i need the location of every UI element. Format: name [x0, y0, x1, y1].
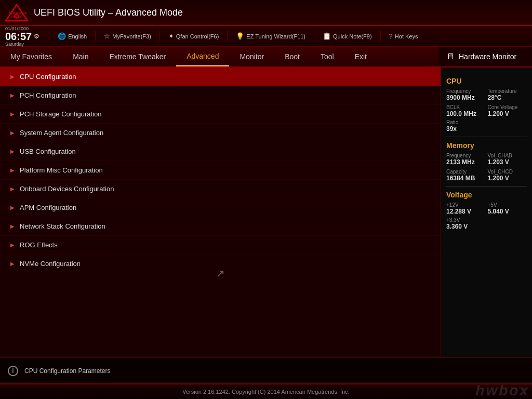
myfavorite-label: MyFavorite(F3) — [112, 33, 151, 39]
eztuning-button[interactable]: 💡 EZ Tuning Wizard(F11) — [232, 31, 310, 42]
quicknote-icon: 📋 — [323, 32, 331, 40]
nav-item-boot[interactable]: Boot — [274, 47, 310, 66]
left-panel: ▶ CPU Configuration ▶ PCH Configuration … — [0, 68, 441, 357]
arrow-icon: ▶ — [10, 74, 15, 79]
v5-value: 5.040 V — [488, 208, 527, 215]
menu-item-rog-effects[interactable]: ▶ ROG Effects — [0, 236, 441, 255]
menu-item-label: USB Configuration — [20, 148, 76, 155]
language-label: English — [68, 33, 87, 39]
menu-item-cpu[interactable]: ▶ CPU Configuration — [0, 68, 441, 86]
arrow-icon: ▶ — [10, 261, 15, 267]
cpu-bclk-label: BCLK — [446, 104, 486, 110]
navigation: My Favorites Main Extreme Tweaker Advanc… — [0, 47, 532, 68]
date-display: 01/01/2000 — [5, 26, 39, 31]
divider-4 — [227, 31, 228, 42]
divider-1 — [49, 31, 49, 42]
menu-item-platform-misc[interactable]: ▶ Platform Misc Configuration — [0, 161, 441, 180]
bios-title: UEFI BIOS Utility – Advanced Mode — [34, 7, 183, 18]
mem-volchcd-value: 1.200 V — [488, 175, 527, 182]
cpu-ratio-block: Ratio 39x — [446, 119, 527, 132]
arrow-icon: ▶ — [10, 242, 15, 248]
memory-voltage-divider — [446, 186, 527, 187]
nav-item-exit[interactable]: Exit — [344, 47, 377, 66]
voltage-section-title: Voltage — [446, 191, 527, 199]
menu-item-apm[interactable]: ▶ APM Configuration — [0, 198, 441, 217]
qfan-button[interactable]: ✦ Qfan Control(F6) — [164, 31, 223, 42]
cpu-grid: Frequency 3900 MHz Temperature 28°C BCLK… — [446, 88, 527, 117]
mem-capacity-block: Capacity 16384 MB — [446, 169, 486, 182]
menu-item-pch[interactable]: ▶ PCH Configuration — [0, 86, 441, 105]
nav-item-myfavorites[interactable]: My Favorites — [0, 47, 62, 66]
v12-block: +12V 12.288 V — [446, 202, 486, 215]
copyright-text: Version 2.16.1242. Copyright (C) 2014 Am… — [182, 389, 350, 395]
eztuning-label: EZ Tuning Wizard(F11) — [246, 33, 305, 39]
mem-volchcd-label: Vol_CHCD — [488, 169, 527, 175]
cpu-corevoltage-block: Core Voltage 1.200 V — [488, 104, 527, 117]
menu-item-label: ROG Effects — [20, 241, 58, 249]
menu-item-label: Network Stack Configuration — [20, 222, 105, 230]
cpu-corevoltage-value: 1.200 V — [488, 110, 527, 117]
arrow-icon: ▶ — [10, 92, 15, 98]
cpu-bclk-block: BCLK 100.0 MHz — [446, 104, 486, 117]
status-bar: i CPU Configuration Parameters — [0, 357, 532, 383]
mem-frequency-value: 2133 MHz — [446, 158, 486, 166]
menu-item-label: Platform Misc Configuration — [20, 166, 103, 174]
nav-item-tool[interactable]: Tool — [310, 47, 344, 66]
qfan-icon: ✦ — [168, 32, 174, 40]
arrow-icon: ▶ — [10, 223, 15, 229]
footer: Version 2.16.1242. Copyright (C) 2014 Am… — [0, 383, 532, 399]
monitor-icon: 🖥 — [446, 52, 455, 61]
globe-icon: 🌐 — [58, 32, 66, 40]
cpu-temperature-value: 28°C — [488, 94, 527, 101]
main-content: ▶ CPU Configuration ▶ PCH Configuration … — [0, 68, 532, 357]
toolbar: 01/01/2000 06:57 ⚙ Saturday 🌐 English ☆ … — [0, 26, 532, 47]
v33-value: 3.360 V — [446, 223, 527, 230]
cpu-memory-divider — [446, 137, 527, 137]
cpu-corevoltage-label: Core Voltage — [488, 104, 527, 110]
hwbox-logo: hwbox — [475, 382, 529, 399]
menu-item-label: PCH Configuration — [20, 91, 76, 99]
arrow-icon: ▶ — [10, 149, 15, 154]
hardware-monitor-panel: CPU Frequency 3900 MHz Temperature 28°C … — [441, 68, 532, 357]
hotkeys-label: Hot Keys — [395, 33, 418, 39]
mem-volchab-label: Vol_CHAB — [488, 153, 527, 158]
menu-item-pch-storage[interactable]: ▶ PCH Storage Configuration — [0, 105, 441, 124]
menu-item-label: CPU Configuration — [20, 73, 76, 81]
mem-volchab-value: 1.203 V — [488, 158, 527, 166]
menu-item-system-agent[interactable]: ▶ System Agent Configuration — [0, 124, 441, 142]
cpu-frequency-label: Frequency — [446, 88, 486, 94]
divider-5 — [314, 31, 314, 42]
mem-volchcd-block: Vol_CHCD 1.200 V — [488, 169, 527, 182]
v33-label: +3.3V — [446, 217, 527, 223]
nav-item-monitor[interactable]: Monitor — [229, 47, 274, 66]
arrow-icon: ▶ — [10, 130, 15, 136]
cpu-frequency-block: Frequency 3900 MHz — [446, 88, 486, 101]
arrow-icon: ▶ — [10, 111, 15, 117]
favorite-icon: ☆ — [104, 32, 110, 40]
datetime-display: 01/01/2000 06:57 ⚙ Saturday — [5, 26, 39, 47]
mem-volchab-block: Vol_CHAB 1.203 V — [488, 153, 527, 166]
language-button[interactable]: 🌐 English — [54, 31, 91, 42]
settings-icon[interactable]: ⚙ — [34, 33, 39, 40]
logo-area: REPUBLIC OF GAMERS UEFI BIOS Utility – A… — [5, 4, 183, 22]
myfavorite-button[interactable]: ☆ MyFavorite(F3) — [100, 31, 155, 42]
divider-6 — [380, 31, 381, 42]
v12-label: +12V — [446, 202, 486, 208]
nav-item-advanced[interactable]: Advanced — [176, 47, 229, 66]
menu-item-label: System Agent Configuration — [20, 129, 103, 137]
hotkeys-button[interactable]: ? Hot Keys — [385, 31, 422, 42]
quicknote-button[interactable]: 📋 Quick Note(F9) — [318, 31, 376, 42]
menu-item-onboard-devices[interactable]: ▶ Onboard Devices Configuration — [0, 180, 441, 198]
cpu-ratio-label: Ratio — [446, 119, 527, 125]
nav-item-main[interactable]: Main — [62, 47, 99, 66]
voltage-grid: +12V 12.288 V +5V 5.040 V — [446, 202, 527, 215]
hwbox-tagline: o/c on first boot — [498, 385, 527, 390]
menu-item-network-stack[interactable]: ▶ Network Stack Configuration — [0, 217, 441, 236]
menu-item-label: PCH Storage Configuration — [20, 110, 102, 118]
time-display: 06:57 — [5, 31, 32, 42]
menu-item-usb[interactable]: ▶ USB Configuration — [0, 142, 441, 161]
arrow-icon: ▶ — [10, 205, 15, 210]
svg-text:GAMERS: GAMERS — [10, 15, 22, 18]
arrow-icon: ▶ — [10, 186, 15, 192]
nav-item-extremetweaker[interactable]: Extreme Tweaker — [99, 47, 176, 66]
